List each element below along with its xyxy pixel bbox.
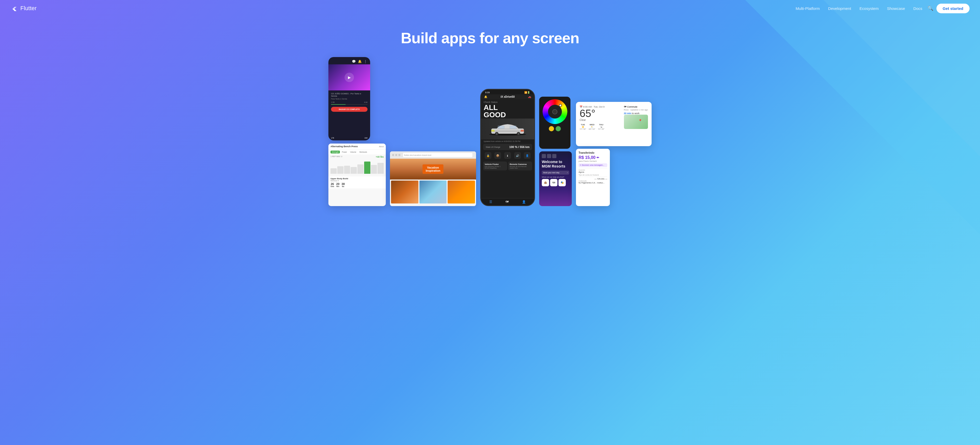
nav-multiplatform[interactable]: Multi-Platform [795, 6, 820, 11]
bmw-icon-4[interactable]: 🔊 [514, 152, 521, 159]
mgm-title: Welcome to MGM Resorts [542, 160, 569, 169]
all-good-text-1: ALL [481, 104, 534, 111]
logo-link[interactable]: Flutter [10, 5, 37, 12]
transfer-type-field: Tipo de conta do Nubank [579, 174, 607, 176]
music-player-card: 💬 🔔 ⋮ ▶ CD JOÃO GOMES - Por Tanto e Sere… [328, 57, 370, 141]
weather-card: 📅 8:00 AM · Tue, Oct 9 65° Clear TUE ☀️ … [576, 102, 652, 146]
svg-rect-9 [492, 130, 495, 131]
workout-card: Alternating Bench Press About Strength P… [328, 144, 386, 206]
bell-icon: 🔔 [484, 95, 487, 98]
mgm-action-icons: 🏨 🍽 🎭 [542, 179, 569, 186]
browser-dot-2 [395, 154, 397, 156]
workout-footer: Upper Body Build Workout 4 26 Sets 20 Mi… [328, 176, 386, 188]
col-far-right: 📅 8:00 AM · Tue, Oct 9 65° Clear TUE ☀️ … [576, 102, 652, 206]
remote-cameras-cell: Remote Cameras Remote 3D and Remote Insi… [508, 162, 532, 170]
get-started-button[interactable]: Get started [936, 4, 970, 13]
music-album-art: ▶ [328, 64, 370, 90]
col-left: 💬 🔔 ⋮ ▶ CD JOÃO GOMES - Por Tanto e Sere… [328, 57, 386, 206]
music-title: CD JOÃO GOMES - Por Tanto e Sereia [331, 92, 368, 97]
car-image [481, 119, 534, 139]
workout-exercise-title: Alternating Bench Press [331, 145, 358, 148]
music-icon-2: 🔔 [358, 60, 362, 63]
workout-tab-power[interactable]: Power [340, 150, 348, 154]
search-icon[interactable]: 🔍 [928, 5, 933, 11]
state-charge-value: 100 % / 556 km [509, 146, 530, 149]
color-wheel-center [552, 109, 557, 114]
weather-map: 📍 [624, 115, 648, 129]
commute-section: 🗺 Commute Ross · Updated 1 min ago 20 mi… [624, 106, 648, 129]
phone-icons: 📶🔋 [524, 91, 530, 94]
mgm-search-label: What can we help you find? [542, 176, 569, 178]
bmw-icon-1[interactable]: 🔒 [485, 152, 492, 159]
transfer-cpf-value: — 725.031 — [579, 178, 607, 180]
music-stat-1: 178 [331, 137, 334, 139]
edit-amount-icon[interactable]: ✏ [597, 156, 599, 160]
workout-tab-volume[interactable]: Volume [349, 150, 357, 154]
bar-2 [337, 166, 344, 174]
remote-cameras-title: Remote Cameras [510, 163, 531, 165]
music-progress-fill [331, 104, 345, 105]
workout-tab-workouts[interactable]: Workouts [358, 150, 368, 154]
svg-rect-10 [521, 130, 524, 131]
vehicle-finder-cell: Vehicle Finder Karl-Dompert-Straße 7, 84… [483, 162, 507, 170]
rep-max-row: 1-REP MAX ⊙ +40 lbs [331, 155, 384, 158]
bar-3 [344, 166, 350, 174]
browser-dot-1 [392, 154, 394, 156]
bottom-nav-home[interactable]: ☰ [489, 200, 492, 204]
svg-point-4 [496, 133, 498, 135]
bmw-icon-5[interactable]: 👤 [524, 152, 531, 159]
flutter-logo-icon [10, 5, 18, 12]
bar-4 [351, 167, 357, 174]
browser-url-bar[interactable]: flutter.dev/vacation-travel-tool [403, 153, 473, 157]
mgm-entertain-icon[interactable]: 🎭 [558, 179, 566, 186]
hero-title: Build apps for any screen [5, 29, 975, 47]
bottom-nav-map[interactable]: 🗺 [506, 200, 509, 204]
bmw-icon-row: 🔒 📦 🌡 🔊 👤 [481, 150, 534, 160]
bmw-finder-row: Vehicle Finder Karl-Dompert-Straße 7, 84… [481, 160, 534, 171]
music-icon-1: 💬 [352, 60, 356, 63]
mgm-dining-icon[interactable]: 🍽 [550, 179, 557, 186]
vehicle-finder-title: Vehicle Finder [485, 163, 506, 165]
swatch-green[interactable] [555, 126, 561, 131]
bmw-icon-3[interactable]: 🌡 [504, 152, 511, 159]
phone-status-bar: 8:09 📶🔋 [481, 90, 534, 94]
car-svg [488, 122, 527, 136]
vacation-thumb-3 [448, 181, 475, 203]
nav-links: Multi-Platform Development Ecosystem Sho… [795, 6, 922, 11]
vacation-content: Vacation Inspiration [390, 159, 476, 206]
weather-forecast: TUE ☀️ 72°/ 56° WED ⛅ 68°/ [580, 124, 605, 130]
state-charge-label: State of Charge [486, 146, 500, 148]
state-charge-row: State of Charge 100 % / 556 km [483, 144, 532, 150]
nav-ecosystem[interactable]: Ecosystem [859, 6, 878, 11]
vacation-hero-image: Vacation Inspiration [390, 159, 476, 179]
music-artist: Para Tanto e Sereia [331, 98, 368, 100]
music-progress-bar [331, 104, 368, 105]
workout-about-link[interactable]: About [379, 146, 384, 147]
bottom-nav-profile[interactable]: 👤 [522, 200, 526, 204]
workout-tab-strength[interactable]: Strength [331, 150, 340, 154]
music-progress-times: 1:38 4:44 [331, 101, 368, 103]
workout-tabs: Strength Power Volume Workouts [328, 150, 386, 155]
mgm-book-button[interactable]: Book your next stay › [542, 171, 569, 174]
workout-sub: Workout 4 [331, 180, 384, 182]
bar-7 [371, 165, 377, 174]
rep-max-value: +40 lbs [375, 155, 384, 158]
music-play-button[interactable]: ▶ [345, 73, 354, 82]
vacation-overlay-button[interactable]: Vacation Inspiration [423, 165, 444, 174]
mgm-checkin-icon[interactable]: 🏨 [542, 179, 549, 186]
nav-showcase[interactable]: Showcase [887, 6, 905, 11]
transfer-message-button[interactable]: ✏ Escrever uma mensagem... [579, 163, 607, 167]
color-picker-card [539, 97, 571, 149]
bar-8 [377, 163, 384, 174]
logo-text: Flutter [20, 5, 37, 12]
weather-temp: 65° [580, 108, 605, 119]
swatch-gold[interactable] [549, 126, 554, 131]
music-download-button[interactable]: BAIXAR CD COMPLETO [331, 107, 368, 112]
bmw-icon-2[interactable]: 📦 [494, 152, 501, 159]
nav-development[interactable]: Development [828, 6, 851, 11]
col-right: Welcome to MGM Resorts Book your next st… [539, 97, 572, 206]
commute-time-display: 20 min to work [624, 112, 648, 115]
music-stats: 178 444 [328, 137, 370, 141]
transfer-to: para Flavio Gerlach [579, 160, 607, 162]
nav-docs[interactable]: Docs [913, 6, 922, 11]
